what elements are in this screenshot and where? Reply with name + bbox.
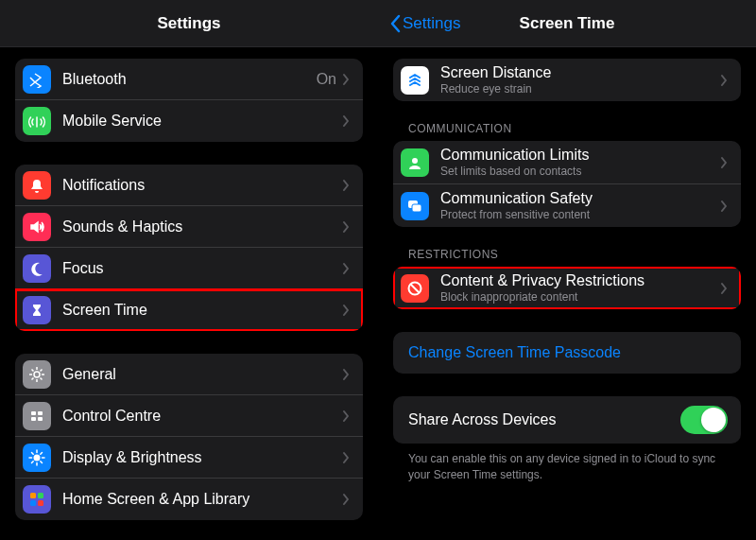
content-privacy-row-sublabel: Block inappropriate content: [440, 290, 720, 304]
block-icon: [401, 274, 429, 303]
share-label: Share Across Devices: [408, 411, 680, 428]
sliders-icon: [23, 402, 51, 430]
chevron-right-icon: [342, 451, 350, 464]
settings-row-display-brightness[interactable]: Display & Brightness: [15, 437, 363, 479]
settings-row-display-brightness-label: Display & Brightness: [62, 449, 342, 466]
screen-time-title: Screen Time: [520, 14, 615, 33]
chevron-right-icon: [342, 179, 350, 192]
svg-rect-9: [38, 500, 43, 506]
settings-row-notifications-label: Notifications: [62, 177, 342, 194]
settings-row-sounds-haptics[interactable]: Sounds & Haptics: [15, 206, 363, 248]
settings-group-3: GeneralControl CentreDisplay & Brightnes…: [15, 354, 363, 520]
share-group: Share Across Devices: [393, 396, 741, 444]
change-passcode-button[interactable]: Change Screen Time Passcode: [393, 332, 741, 374]
restrictions-header: RESTRICTIONS: [393, 242, 741, 267]
settings-row-sounds-haptics-label: Sounds & Haptics: [62, 218, 342, 235]
content-privacy-row[interactable]: Content & Privacy RestrictionsBlock inap…: [393, 267, 741, 309]
back-button[interactable]: Settings: [389, 14, 460, 33]
svg-point-5: [34, 454, 41, 461]
screen-distance-row-label: Screen Distance: [440, 64, 720, 81]
settings-row-notifications[interactable]: Notifications: [15, 165, 363, 206]
content-privacy-row-label: Content & Privacy Restrictions: [440, 272, 720, 289]
communication-safety-row-sublabel: Protect from sensitive content: [440, 208, 720, 221]
svg-point-0: [34, 372, 40, 377]
settings-row-control-centre[interactable]: Control Centre: [15, 395, 363, 437]
settings-row-mobile-service-label: Mobile Service: [62, 113, 342, 130]
settings-row-home-screen-app-library-label: Home Screen & App Library: [62, 491, 342, 508]
screen-distance-row[interactable]: Screen DistanceReduce eye strain: [393, 59, 741, 101]
speaker-icon: [23, 213, 51, 241]
svg-rect-2: [38, 411, 43, 415]
settings-row-general[interactable]: General: [15, 354, 363, 395]
chevron-left-icon: [389, 14, 401, 33]
sun-icon: [23, 444, 51, 472]
svg-rect-4: [38, 417, 43, 421]
settings-row-control-centre-label: Control Centre: [62, 408, 342, 425]
antenna-icon: [23, 107, 51, 135]
chevron-right-icon: [342, 114, 350, 128]
settings-row-screen-time[interactable]: Screen Time: [15, 289, 363, 331]
chevron-right-icon: [342, 304, 350, 317]
communication-header: COMMUNICATION: [393, 116, 741, 141]
person-icon: [401, 148, 429, 177]
svg-point-10: [412, 158, 418, 164]
settings-group-2: NotificationsSounds & HapticsFocusScreen…: [15, 165, 363, 331]
restrictions-group: Content & Privacy RestrictionsBlock inap…: [393, 267, 741, 309]
moon-icon: [23, 254, 51, 283]
settings-row-focus-label: Focus: [62, 260, 342, 277]
chevron-right-icon: [720, 282, 728, 295]
chevron-right-icon: [342, 409, 350, 423]
communication-limits-row-label: Communication Limits: [440, 147, 720, 164]
share-across-devices-row: Share Across Devices: [393, 396, 741, 444]
share-toggle[interactable]: [680, 406, 728, 434]
distance-icon: [401, 66, 429, 95]
screen-time-header: Settings Screen Time: [378, 0, 756, 47]
svg-rect-3: [31, 417, 36, 421]
chevron-right-icon: [342, 220, 350, 234]
settings-row-general-label: General: [62, 366, 342, 383]
screen-distance-row-sublabel: Reduce eye strain: [440, 82, 720, 96]
chevron-right-icon: [720, 156, 728, 169]
settings-group-1: BluetoothOnMobile Service: [15, 59, 363, 142]
settings-row-home-screen-app-library[interactable]: Home Screen & App Library: [15, 479, 363, 520]
back-label: Settings: [403, 14, 460, 33]
chevron-right-icon: [342, 262, 350, 275]
gear-icon: [23, 360, 51, 389]
passcode-group: Change Screen Time Passcode: [393, 332, 741, 374]
settings-content[interactable]: BluetoothOnMobile Service NotificationsS…: [0, 47, 378, 540]
grid-icon: [23, 485, 51, 514]
settings-title: Settings: [157, 14, 220, 33]
distance-group: Screen DistanceReduce eye strain: [393, 59, 741, 101]
screen-time-panel: Settings Screen Time Screen DistanceRedu…: [378, 0, 756, 540]
settings-row-bluetooth-label: Bluetooth: [62, 71, 317, 88]
svg-rect-6: [30, 493, 36, 498]
communication-limits-row-sublabel: Set limits based on contacts: [440, 165, 720, 178]
svg-rect-7: [38, 493, 43, 498]
settings-row-screen-time-label: Screen Time: [62, 302, 342, 319]
communication-limits-row[interactable]: Communication LimitsSet limits based on …: [393, 141, 741, 184]
bluetooth-icon: [23, 65, 51, 94]
communication-safety-row[interactable]: Communication SafetyProtect from sensiti…: [393, 184, 741, 227]
communication-group: Communication LimitsSet limits based on …: [393, 141, 741, 227]
chevron-right-icon: [342, 368, 350, 381]
settings-panel: Settings BluetoothOnMobile Service Notif…: [0, 0, 378, 540]
chevron-right-icon: [342, 73, 350, 86]
svg-rect-1: [31, 411, 36, 415]
settings-header: Settings: [0, 0, 378, 47]
bell-icon: [23, 171, 51, 200]
chevron-right-icon: [720, 200, 728, 213]
hourglass-icon: [23, 296, 51, 324]
svg-rect-8: [30, 500, 36, 506]
chevron-right-icon: [342, 493, 350, 506]
settings-row-bluetooth[interactable]: BluetoothOn: [15, 59, 363, 100]
settings-row-bluetooth-value: On: [317, 71, 336, 88]
chevron-right-icon: [720, 74, 728, 87]
svg-rect-12: [412, 204, 421, 212]
settings-row-mobile-service[interactable]: Mobile Service: [15, 100, 363, 142]
chat-icon: [401, 192, 429, 220]
communication-safety-row-label: Communication Safety: [440, 190, 720, 207]
settings-row-focus[interactable]: Focus: [15, 248, 363, 289]
share-footer: You can enable this on any device signed…: [393, 444, 741, 491]
screen-time-content[interactable]: Screen DistanceReduce eye strain COMMUNI…: [378, 47, 756, 540]
